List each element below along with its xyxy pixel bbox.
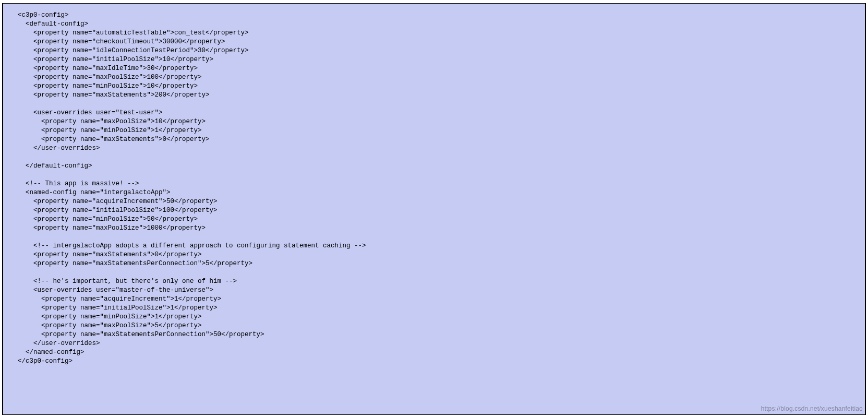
watermark-text: https://blog.csdn.net/xueshanfeitiao <box>761 404 863 413</box>
page-wrapper: <c3p0-config> <default-config> <property… <box>0 0 868 417</box>
code-block-container: <c3p0-config> <default-config> <property… <box>2 3 866 415</box>
xml-config-code: <c3p0-config> <default-config> <property… <box>3 11 865 366</box>
